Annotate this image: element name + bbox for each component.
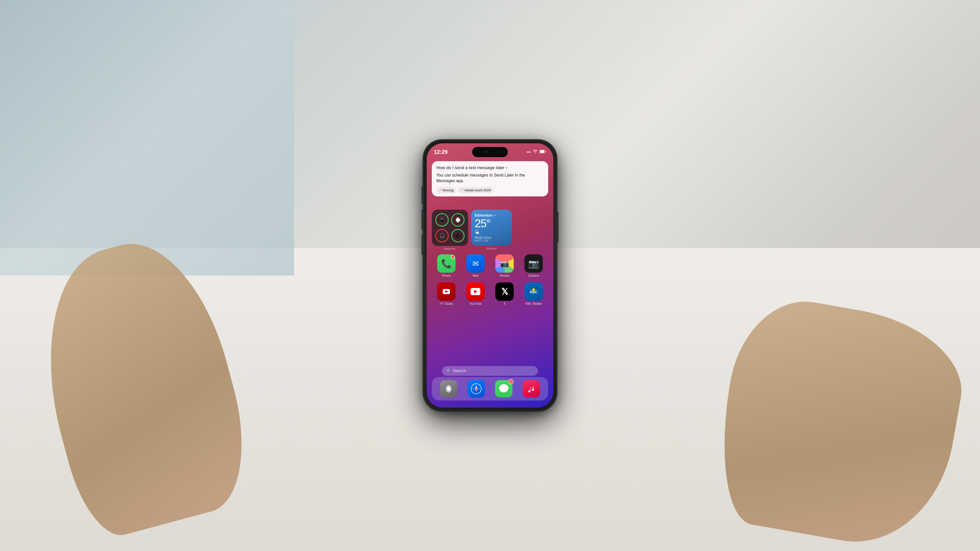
app-row-2: YT Studio YouTube 𝕏 X [432, 283, 548, 306]
batteries-widget[interactable]: 📱 ⌚ 🎧 [432, 210, 468, 246]
music-icon [527, 384, 536, 393]
x-icon: 𝕏 [501, 286, 508, 297]
camera-dot [485, 151, 487, 153]
siri-suggestions: ↗ fencing ↗ medal count 2024 [436, 187, 544, 193]
rbc-app-label: RBC Mobile [525, 302, 542, 306]
messages-icon [499, 384, 509, 394]
mail-app-icon[interactable]: ✉ [466, 254, 485, 273]
battery-circle-headphones: 🎧 [435, 229, 449, 242]
rbc-icon: RBC [527, 285, 540, 298]
batteries-grid: 📱 ⌚ 🎧 [435, 213, 465, 242]
siri-question: How do I send a text message later ✏ [436, 165, 544, 170]
svg-rect-2 [546, 151, 546, 152]
messages-app-icon[interactable]: 2 [495, 380, 512, 397]
battery-item-controller: 🕹 [451, 229, 465, 242]
svg-point-9 [532, 288, 535, 291]
photos-app-icon[interactable]: 📷 [495, 254, 514, 273]
mail-app-label: Mail [473, 274, 478, 278]
weather-label: Weather [486, 247, 496, 250]
music-app-icon[interactable] [523, 380, 540, 397]
status-icons: ▪▪▪ [527, 150, 546, 154]
batteries-widget-container: 📱 ⌚ 🎧 [432, 210, 468, 250]
dock-music-wrapper [521, 380, 542, 397]
youtube-icon [471, 288, 480, 295]
youtube-app-label: YouTube [469, 302, 481, 306]
power-button[interactable] [557, 212, 558, 242]
app-phone-wrapper: 📞 Phone [436, 254, 457, 278]
phone-icon: 📞 [441, 259, 452, 268]
dock-messages-wrapper: 2 [493, 380, 514, 397]
siri-suggestion-fencing[interactable]: ↗ fencing [436, 187, 456, 193]
camera-app-label: Camera [528, 274, 539, 278]
battery-item-headphones: 🎧 [435, 229, 449, 242]
dock-settings-wrapper [438, 380, 459, 397]
search-icon: 🔍 [447, 369, 451, 373]
rbc-app-icon[interactable]: RBC [525, 283, 543, 301]
app-x-wrapper: 𝕏 X [494, 283, 515, 306]
battery-circle-phone: 📱 [435, 213, 449, 227]
batteries-label: Batteries [444, 247, 455, 250]
camera-icon: 📷 [528, 259, 539, 268]
mail-icon: ✉ [473, 259, 479, 268]
widgets-row: 📱 ⌚ 🎧 [432, 210, 548, 250]
phone-app-icon[interactable]: 📞 [437, 254, 455, 273]
phone-app-label: Phone [442, 274, 451, 278]
phone-badge [451, 256, 455, 259]
trending-icon-fencing: ↗ [439, 188, 442, 192]
phone-screen: 12:29 ▪▪▪ [427, 143, 553, 408]
weather-sun-icon: 🌤 [475, 230, 508, 235]
battery-item-phone: 📱 [435, 213, 449, 227]
ytstudio-app-label: YT Studio [440, 302, 453, 306]
x-app-icon[interactable]: 𝕏 [495, 283, 514, 301]
weather-condition: Mostly Sunny [475, 236, 508, 239]
signal-icon: ▪▪▪ [527, 150, 531, 154]
safari-app-icon[interactable] [468, 380, 485, 397]
pencil-icon: ✏ [505, 166, 508, 170]
app-camera-wrapper: 📷 Camera [523, 254, 544, 278]
volume-down-button[interactable] [422, 235, 423, 255]
youtube-app-icon[interactable] [466, 283, 485, 301]
messages-badge: 2 [508, 379, 514, 384]
weather-widget[interactable]: Edmonton ↗ 25° 🌤 Mostly Sunny H:27° L:15… [471, 210, 512, 246]
ytstudio-icon [442, 287, 451, 296]
x-app-label: X [504, 302, 506, 306]
dock-safari-wrapper [466, 380, 487, 397]
svg-rect-1 [540, 150, 544, 153]
status-time: 12:29 [434, 149, 448, 156]
search-bar[interactable]: 🔍 Search [442, 366, 538, 376]
photos-app-label: Photos [500, 274, 509, 278]
settings-icon [444, 384, 453, 394]
battery-circle-watch: ⌚ [451, 213, 465, 227]
app-ytstudio-wrapper: YT Studio [436, 283, 457, 306]
settings-app-icon[interactable] [440, 380, 457, 397]
location-arrow-icon: ↗ [493, 214, 495, 217]
svg-point-16 [499, 384, 508, 392]
volume-up-button[interactable] [422, 209, 423, 230]
trending-icon-medal: ↗ [461, 188, 463, 192]
photos-icon: 📷 [500, 259, 509, 268]
battery-item-watch: ⌚ [451, 213, 465, 227]
app-mail-wrapper: ✉ Mail [465, 254, 486, 278]
weather-city: Edmonton ↗ [475, 213, 508, 218]
app-youtube-wrapper: YouTube [465, 283, 486, 306]
weather-widget-container: Edmonton ↗ 25° 🌤 Mostly Sunny H:27° L:15… [471, 210, 512, 250]
ytstudio-app-icon[interactable] [437, 283, 455, 301]
dynamic-island [472, 147, 508, 157]
phone-frame: 12:29 ▪▪▪ [424, 140, 556, 411]
camera-app-icon[interactable]: 📷 [525, 254, 543, 273]
weather-temperature: 25° [475, 218, 508, 230]
siri-answer: You can schedule messages to Send Later … [436, 172, 544, 184]
siri-card[interactable]: How do I send a text message later ✏ You… [432, 161, 548, 197]
search-label: Search [453, 368, 466, 373]
window-area [0, 0, 294, 275]
siri-suggestion-medal[interactable]: ↗ medal count 2024 [458, 187, 493, 193]
wifi-icon [533, 150, 538, 154]
app-rbc-wrapper: RBC RBC Mobile [523, 283, 544, 306]
weather-hi-lo: H:27° L:15° [475, 239, 508, 242]
app-row-1: 📞 Phone ✉ Mail 📷 Photos [432, 254, 548, 278]
safari-icon [471, 383, 482, 394]
battery-circle-controller: 🕹 [451, 229, 465, 242]
app-photos-wrapper: 📷 Photos [494, 254, 515, 278]
battery-icon [539, 150, 546, 154]
dock: 2 [432, 377, 548, 400]
